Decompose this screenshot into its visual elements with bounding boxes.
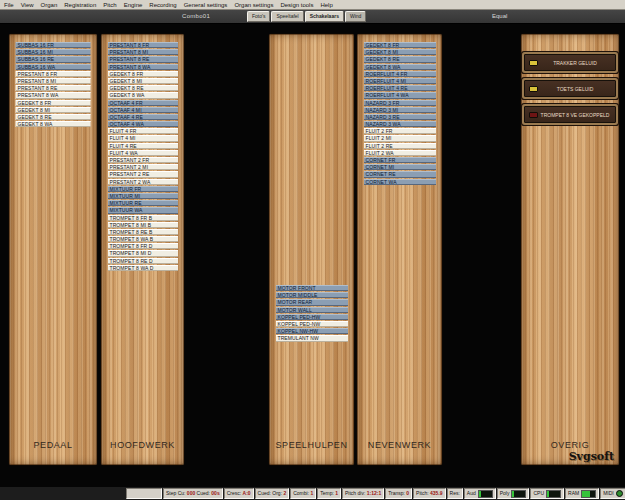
stop-gedekt-8-re[interactable]: GEDEKT 8 RE bbox=[16, 114, 91, 120]
stop-fluit-2-re[interactable]: FLUIT 2 RE bbox=[364, 143, 436, 149]
stop-subbas-16-fr[interactable]: SUBBAS 16 FR bbox=[16, 42, 91, 48]
stop-prestant-8-wa[interactable]: PRESTANT 8 WA bbox=[108, 64, 178, 70]
stop-koppel-ped-nw[interactable]: KOPPEL PED-NW bbox=[276, 321, 348, 327]
button-label: TOETS GELUID bbox=[557, 86, 594, 92]
menu-registration[interactable]: Registration bbox=[64, 2, 96, 8]
stop-trompet-8-wa-d[interactable]: TROMPET 8 WA D bbox=[108, 265, 178, 271]
stop-gedekt-8-wa[interactable]: GEDEKT 8 WA bbox=[16, 121, 91, 127]
stop-motor-front[interactable]: MOTOR FRONT bbox=[276, 285, 348, 291]
stop-prestant-8-fr[interactable]: PRESTANT 8 FR bbox=[16, 71, 91, 77]
menu-design-tools[interactable]: Design tools bbox=[280, 2, 313, 8]
stop-motor-rear[interactable]: MOTOR REAR bbox=[276, 299, 348, 305]
toolbar: Combo01 Foto'sSpeeltafelSchakelaarsWind … bbox=[0, 10, 625, 24]
stop-roerfluit-4-re[interactable]: ROERFLUIT 4 RE bbox=[364, 85, 436, 91]
menu-general-settings[interactable]: General settings bbox=[184, 2, 228, 8]
panel-overig: TRAKKER GELUIDTOETS GELUIDTROMPET 8 VE G… bbox=[520, 33, 620, 466]
stop-octaaf-4-fr[interactable]: OCTAAF 4 FR bbox=[108, 100, 178, 106]
stop-subbas-16-wa[interactable]: SUBBAS 16 WA bbox=[16, 64, 91, 70]
stop-prestant-8-wa[interactable]: PRESTANT 8 WA bbox=[16, 92, 91, 98]
tab-wind[interactable]: Wind bbox=[345, 11, 366, 22]
menu-organ-settings[interactable]: Organ settings bbox=[234, 2, 273, 8]
stoplist-pedaal: SUBBAS 16 FRSUBBAS 16 MISUBBAS 16 RESUBB… bbox=[16, 42, 91, 128]
button-toets-geluid[interactable]: TOETS GELUID bbox=[524, 80, 616, 97]
stop-trompet-8-fr-b[interactable]: TROMPET 8 FR B bbox=[108, 215, 178, 221]
button-trakker-geluid[interactable]: TRAKKER GELUID bbox=[524, 54, 616, 71]
stop-gedekt-8-wa[interactable]: GEDEKT 8 WA bbox=[364, 64, 436, 70]
stop-prestant-2-fr[interactable]: PRESTANT 2 FR bbox=[108, 157, 178, 163]
stop-gedekt-8-mi[interactable]: GEDEKT 8 MI bbox=[364, 49, 436, 55]
stop-gedekt-8-mi[interactable]: GEDEKT 8 MI bbox=[108, 78, 178, 84]
tab-schakelaars[interactable]: Schakelaars bbox=[305, 11, 344, 22]
stop-koppel-ped-hw[interactable]: KOPPEL PED-HW bbox=[276, 314, 348, 320]
stop-tremulant-nw[interactable]: TREMULANT NW bbox=[276, 335, 348, 341]
stop-prestant-2-mi[interactable]: PRESTANT 2 MI bbox=[108, 164, 178, 170]
menu-recording[interactable]: Recording bbox=[149, 2, 176, 8]
stop-gedekt-8-wa[interactable]: GEDEKT 8 WA bbox=[108, 92, 178, 98]
status-cell-blank bbox=[126, 488, 162, 499]
menu-file[interactable]: File bbox=[4, 2, 14, 8]
menu-engine[interactable]: Engine bbox=[124, 2, 143, 8]
stop-trompet-8-re-b[interactable]: TROMPET 8 RE B bbox=[108, 229, 178, 235]
stop-nazard-3-wa[interactable]: NAZARD 3 WA bbox=[364, 121, 436, 127]
stop-koppel-nw-hw[interactable]: KOPPEL NW-HW bbox=[276, 328, 348, 334]
stop-prestant-8-re[interactable]: PRESTANT 8 RE bbox=[16, 85, 91, 91]
stop-fluit-2-fr[interactable]: FLUIT 2 FR bbox=[364, 128, 436, 134]
stop-fluit-2-mi[interactable]: FLUIT 2 MI bbox=[364, 135, 436, 141]
stop-gedekt-8-fr[interactable]: GEDEKT 8 FR bbox=[16, 100, 91, 106]
tab-foto-s[interactable]: Foto's bbox=[247, 11, 270, 22]
stop-cornet-mi[interactable]: CORNET MI bbox=[364, 164, 436, 170]
led-indicator-icon bbox=[529, 112, 538, 118]
menu-organ[interactable]: Organ bbox=[41, 2, 58, 8]
stop-roerfluit-4-mi[interactable]: ROERFLUIT 4 MI bbox=[364, 78, 436, 84]
stop-octaaf-4-re[interactable]: OCTAAF 4 RE bbox=[108, 114, 178, 120]
stop-roerfluit-4-wa[interactable]: ROERFLUIT 4 WA bbox=[364, 92, 436, 98]
stop-cornet-fr[interactable]: CORNET FR bbox=[364, 157, 436, 163]
stop-motor-wall[interactable]: MOTOR WALL bbox=[276, 307, 348, 313]
stop-prestant-8-mi[interactable]: PRESTANT 8 MI bbox=[108, 49, 178, 55]
stop-nazard-3-mi[interactable]: NAZARD 3 MI bbox=[364, 107, 436, 113]
stop-motor-middle[interactable]: MOTOR MIDDLE bbox=[276, 292, 348, 298]
stop-nazard-3-fr[interactable]: NAZARD 3 FR bbox=[364, 100, 436, 106]
stop-trompet-8-re-d[interactable]: TROMPET 8 RE D bbox=[108, 258, 178, 264]
stop-subbas-16-re[interactable]: SUBBAS 16 RE bbox=[16, 56, 91, 62]
stop-trompet-8-fr-d[interactable]: TROMPET 8 FR D bbox=[108, 243, 178, 249]
stop-trompet-8-mi-d[interactable]: TROMPET 8 MI D bbox=[108, 250, 178, 256]
tab-strip: Foto'sSpeeltafelSchakelaarsWind bbox=[247, 11, 366, 22]
stop-prestant-8-fr[interactable]: PRESTANT 8 FR bbox=[108, 42, 178, 48]
button-trompet-8-ve-gekoppeld[interactable]: TROMPET 8 VE GEKOPPELD bbox=[524, 106, 616, 123]
status-cell-cued-org: Cued: Org: 2 bbox=[255, 488, 290, 499]
status-value: 0 bbox=[406, 490, 409, 496]
menu-view[interactable]: View bbox=[21, 2, 34, 8]
midi-led-icon bbox=[616, 490, 623, 497]
stop-gedekt-8-re[interactable]: GEDEKT 8 RE bbox=[108, 85, 178, 91]
stop-gedekt-8-mi[interactable]: GEDEKT 8 MI bbox=[16, 107, 91, 113]
stop-prestant-8-re[interactable]: PRESTANT 8 RE bbox=[108, 56, 178, 62]
stop-mixtuur-re[interactable]: MIXTUUR RE bbox=[108, 200, 178, 206]
stop-roerfluit-4-fr[interactable]: ROERFLUIT 4 FR bbox=[364, 71, 436, 77]
stop-mixtuur-mi[interactable]: MIXTUUR MI bbox=[108, 193, 178, 199]
tab-speeltafel[interactable]: Speeltafel bbox=[271, 11, 303, 22]
stop-octaaf-4-mi[interactable]: OCTAAF 4 MI bbox=[108, 107, 178, 113]
stop-trompet-8-mi-b[interactable]: TROMPET 8 MI B bbox=[108, 222, 178, 228]
stop-gedekt-8-fr[interactable]: GEDEKT 8 FR bbox=[108, 71, 178, 77]
stop-gedekt-8-fr[interactable]: GEDEKT 8 FR bbox=[364, 42, 436, 48]
stop-fluit-4-mi[interactable]: FLUIT 4 MI bbox=[108, 135, 178, 141]
stop-prestant-8-mi[interactable]: PRESTANT 8 MI bbox=[16, 78, 91, 84]
stop-fluit-4-wa[interactable]: FLUIT 4 WA bbox=[108, 150, 178, 156]
menu-pitch[interactable]: Pitch bbox=[103, 2, 116, 8]
stop-fluit-4-re[interactable]: FLUIT 4 RE bbox=[108, 143, 178, 149]
stop-subbas-16-mi[interactable]: SUBBAS 16 MI bbox=[16, 49, 91, 55]
stop-fluit-4-fr[interactable]: FLUIT 4 FR bbox=[108, 128, 178, 134]
stop-cornet-wa[interactable]: CORNET WA bbox=[364, 179, 436, 185]
stop-fluit-2-wa[interactable]: FLUIT 2 WA bbox=[364, 150, 436, 156]
stop-nazard-3-re[interactable]: NAZARD 3 RE bbox=[364, 114, 436, 120]
stop-prestant-2-wa[interactable]: PRESTANT 2 WA bbox=[108, 179, 178, 185]
stop-trompet-8-wa-b[interactable]: TROMPET 8 WA B bbox=[108, 236, 178, 242]
stop-mixtuur-fr[interactable]: MIXTUUR FR bbox=[108, 186, 178, 192]
stop-gedekt-8-re[interactable]: GEDEKT 8 RE bbox=[364, 56, 436, 62]
stop-octaaf-4-wa[interactable]: OCTAAF 4 WA bbox=[108, 121, 178, 127]
stop-prestant-2-re[interactable]: PRESTANT 2 RE bbox=[108, 171, 178, 177]
stop-mixtuur-wa[interactable]: MIXTUUR WA bbox=[108, 207, 178, 213]
stop-cornet-re[interactable]: CORNET RE bbox=[364, 171, 436, 177]
menu-help[interactable]: Help bbox=[320, 2, 332, 8]
